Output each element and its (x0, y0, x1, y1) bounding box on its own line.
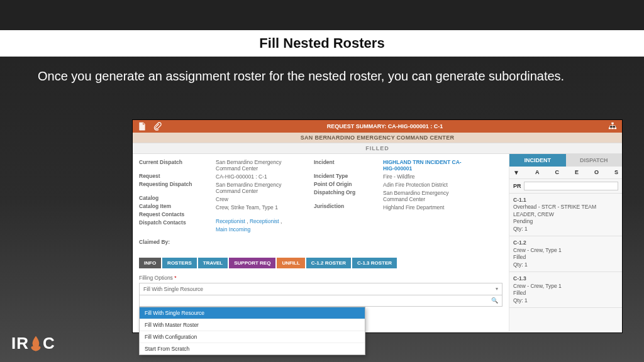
roster-card-c13[interactable]: C-1.3 Crew - Crew, Type 1 Filled Qty: 1 (509, 272, 622, 308)
command-center-name: SAN BERNARDINO EMERGENCY COMMAND CENTER (133, 133, 622, 143)
tab-travel[interactable]: TRAVEL (198, 258, 228, 268)
label-incident-type: Incident Type (314, 173, 365, 179)
value-catalog-item: Crew, Strike Team, Type 1 (216, 204, 296, 211)
label-jurisdiction: Jurisdiction (314, 203, 365, 209)
filling-options-select[interactable]: Fill With Single Resource ▾ (139, 283, 502, 295)
tab-info[interactable]: INFO (139, 258, 161, 268)
value-jurisdiction: Highland Fire Department (383, 204, 471, 211)
side-panel: INCIDENT DISPATCH ▼ A C E O S PR C-1.1 O… (509, 154, 622, 331)
option-master-roster[interactable]: Fill With Master Roster (140, 319, 365, 331)
filter-letter-a[interactable]: A (535, 169, 540, 176)
filter-letter-c[interactable]: C (555, 169, 559, 176)
value-request: CA-HIG-000001 : C-1 (216, 173, 296, 180)
pr-search-input[interactable] (524, 182, 618, 190)
card-status: Pending (513, 218, 618, 225)
request-header-title: REQUEST SUMMARY: CA-HIG-000001 : C-1 (327, 123, 443, 129)
incident-link[interactable]: HIGHLAND TRN INCIDENT CA-HIG-000001 (383, 159, 471, 172)
card-qty: Qty: 1 (513, 226, 618, 233)
caret-down-icon: ▾ (496, 286, 498, 292)
org-chart-icon[interactable] (608, 122, 617, 131)
svg-rect-1 (609, 128, 611, 129)
filling-search-input[interactable]: 🔍 (139, 295, 502, 307)
slide-subtitle: Once you generate an assignment roster f… (0, 57, 644, 91)
logo-text-left: IR (11, 334, 29, 353)
card-id: C-1.3 (513, 275, 618, 282)
letter-filter-row: ▼ A C E O S (509, 167, 622, 179)
contact-link-2[interactable]: Receptionist (250, 218, 279, 224)
required-asterisk: * (174, 275, 176, 281)
label-dispatching-org: Dispatching Org (314, 189, 365, 195)
label-current-dispatch: Current Dispatch (139, 159, 198, 165)
attachment-icon[interactable] (153, 122, 162, 131)
roster-card-c12[interactable]: C-1.2 Crew - Crew, Type 1 Filled Qty: 1 (509, 236, 622, 272)
label-dispatch-contacts: Dispatch Contacts (139, 219, 198, 226)
svg-rect-0 (611, 123, 614, 124)
tab-unfill[interactable]: UNFILL (277, 258, 304, 268)
roster-card-c11[interactable]: C-1.1 Overhead - STCR - STRIKE TEAM LEAD… (509, 194, 622, 236)
filling-options-dropdown: Fill With Single Resource Fill With Mast… (139, 307, 365, 355)
tab-c12-roster[interactable]: C-1.2 ROSTER (306, 258, 351, 268)
label-request: Request (139, 173, 198, 179)
side-tab-dispatch[interactable]: DISPATCH (566, 154, 623, 167)
card-title: Crew - Crew, Type 1 (513, 247, 618, 254)
logo-text-right: C (43, 334, 55, 353)
filter-letter-s[interactable]: S (614, 169, 618, 176)
card-qty: Qty: 1 (513, 261, 618, 268)
option-start-from-scratch[interactable]: Start From Scratch (140, 343, 365, 354)
contact-link-3[interactable]: Main Incoming (216, 226, 296, 233)
svg-rect-2 (611, 128, 614, 129)
filter-dropdown-icon[interactable]: ▼ (513, 169, 519, 176)
slide-title: Fill Nested Rosters (0, 30, 644, 57)
slide-top-bar (0, 0, 644, 30)
pr-label: PR (513, 183, 521, 189)
label-claimed-by: Claimed By: (139, 239, 198, 245)
label-incident: Incident (314, 159, 365, 165)
tab-rosters[interactable]: ROSTERS (162, 258, 197, 268)
option-configuration[interactable]: Fill With Configuration (140, 331, 365, 343)
card-status: Filled (513, 254, 618, 261)
label-requesting-dispatch: Requesting Dispatch (139, 181, 198, 187)
filling-options-label: Filling Options (139, 275, 173, 281)
label-point-of-origin: Point Of Origin (314, 181, 365, 187)
iroc-logo: IR C (11, 334, 55, 353)
card-id: C-1.1 (513, 197, 618, 204)
flame-icon (30, 336, 42, 351)
app-window: REQUEST SUMMARY: CA-HIG-000001 : C-1 SAN… (132, 119, 623, 333)
filling-selected-value: Fill With Single Resource (143, 286, 203, 292)
value-point-of-origin: Adin Fire Protection District (383, 182, 471, 188)
svg-rect-3 (614, 128, 617, 129)
filter-letter-e[interactable]: E (575, 169, 579, 176)
search-icon: 🔍 (491, 297, 498, 304)
label-catalog: Catalog (139, 195, 198, 201)
main-panel: Current Dispatch Request Requesting Disp… (133, 154, 509, 331)
tab-c13-roster[interactable]: C-1.3 ROSTER (352, 258, 397, 268)
card-qty: Qty: 1 (513, 297, 618, 304)
side-tab-incident[interactable]: INCIDENT (509, 154, 566, 167)
label-catalog-item: Catalog Item (139, 203, 198, 209)
filter-letter-o[interactable]: O (594, 169, 599, 176)
request-header: REQUEST SUMMARY: CA-HIG-000001 : C-1 (133, 120, 622, 133)
value-requesting-dispatch: San Bernardino Emergency Command Center (216, 182, 296, 194)
value-current-dispatch: San Bernardino Emergency Command Center (216, 159, 296, 172)
tab-support-req[interactable]: SUPPORT REQ (229, 258, 275, 268)
option-single-resource[interactable]: Fill With Single Resource (140, 307, 365, 319)
card-id: C-1.2 (513, 239, 618, 246)
document-icon[interactable] (138, 122, 147, 131)
card-title: Crew - Crew, Type 1 (513, 283, 618, 290)
tab-bar: INFO ROSTERS TRAVEL SUPPORT REQ UNFILL C… (139, 258, 502, 268)
value-dispatching-org: San Bernardino Emergency Command Center (383, 190, 471, 202)
request-status: FILLED (133, 143, 622, 154)
value-incident-type: Fire - Wildfire (383, 173, 471, 180)
label-request-contacts: Request Contacts (139, 211, 198, 217)
contact-link-1[interactable]: Receptionist (216, 218, 245, 224)
value-catalog: Crew (216, 196, 296, 202)
card-title: Overhead - STCR - STRIKE TEAM LEADER, CR… (513, 204, 618, 218)
card-status: Filled (513, 290, 618, 297)
